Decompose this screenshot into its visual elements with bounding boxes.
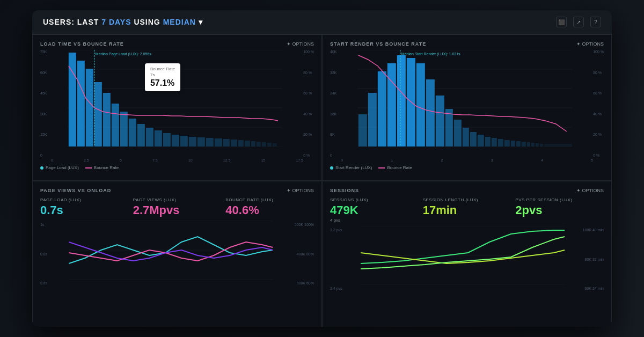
page-load-legend-label: Page Load (LUX): [46, 165, 79, 170]
title-highlight: 7 DAYS: [101, 18, 131, 26]
svg-rect-11: [112, 104, 119, 146]
start-render-options[interactable]: ✦ OPTIONS: [576, 41, 604, 47]
top-icons: ⬛ ↗ ?: [556, 17, 601, 27]
svg-rect-16: [155, 130, 162, 146]
svg-rect-55: [485, 137, 491, 146]
svg-rect-43: [378, 71, 386, 146]
svg-rect-58: [504, 140, 510, 146]
dashboard-title: USERS: LAST 7 DAYS USING MEDIAN ▾: [43, 18, 203, 26]
svg-rect-9: [94, 82, 102, 146]
svg-rect-54: [478, 135, 484, 146]
sessions-svg: [346, 226, 580, 285]
y-axis-right-sr: 100 % 80 % 60 % 40 % 20 % 0 %: [591, 50, 604, 157]
page-views-panel: PAGE VIEWS VS ONLOAD ✦ OPTIONS Page Load…: [32, 181, 322, 327]
svg-text:Median Page Load (LUX): 2.056s: Median Page Load (LUX): 2.056s: [96, 52, 151, 56]
svg-rect-18: [172, 135, 179, 146]
svg-rect-22: [206, 138, 214, 146]
dashboard-content: LOAD TIME VS BOUNCE RATE ✦ OPTIONS 75K 6…: [32, 34, 612, 327]
svg-rect-10: [103, 93, 111, 146]
page-load-legend-dot: [40, 166, 43, 170]
bounce-rate-legend-label: Bounce Rate: [94, 165, 119, 170]
bounce-rate-value: 40.6%: [225, 203, 314, 217]
sessions-chart-area: 3.2 pvs 2.4 pvs: [330, 226, 604, 290]
sessions-header: SESSIONS ✦ OPTIONS: [330, 188, 604, 193]
svg-rect-12: [120, 112, 128, 146]
page-views-chart-area: 1s 0.8s 0.6s: [40, 221, 314, 285]
svg-rect-49: [436, 96, 444, 146]
svg-rect-30: [262, 142, 266, 146]
svg-rect-48: [426, 79, 435, 146]
svg-rect-8: [86, 69, 93, 146]
svg-rect-20: [189, 137, 196, 146]
svg-rect-45: [397, 55, 406, 146]
svg-rect-32: [273, 143, 277, 146]
page-views-label: Page Views (LUX): [133, 197, 222, 202]
svg-rect-63: [531, 143, 535, 146]
svg-rect-19: [180, 136, 188, 146]
sr-legend-label: Start Render (LUX): [335, 165, 372, 170]
svg-rect-50: [445, 109, 453, 146]
sr-bounce-legend-line: [378, 167, 385, 169]
sessions-title: SESSIONS: [330, 188, 359, 193]
monitor-icon[interactable]: ⬛: [556, 17, 567, 27]
load-time-options[interactable]: ✦ OPTIONS: [287, 41, 314, 47]
svg-rect-26: [238, 140, 244, 146]
svg-rect-6: [69, 53, 76, 146]
svg-rect-53: [470, 132, 477, 146]
svg-rect-62: [527, 142, 530, 146]
svg-rect-60: [516, 141, 521, 146]
svg-rect-31: [267, 143, 272, 146]
svg-rect-41: [358, 114, 367, 146]
dashboard: USERS: LAST 7 DAYS USING MEDIAN ▾ ⬛ ↗ ? …: [32, 10, 612, 327]
start-render-legend: Start Render (LUX) Bounce Rate: [330, 165, 604, 170]
svg-rect-25: [231, 140, 237, 146]
svg-rect-7: [77, 61, 85, 146]
pvs-per-session-metric: PVs Per Session (LUX) 2pvs: [515, 197, 604, 223]
page-load-metric: Page Load (LUX) 0.7s: [40, 197, 129, 217]
top-bar: USERS: LAST 7 DAYS USING MEDIAN ▾ ⬛ ↗ ?: [32, 10, 612, 34]
svg-rect-57: [498, 139, 503, 146]
svg-rect-64: [536, 143, 539, 146]
bounce-rate-metric: Bounce Rate (LUX) 40.6%: [225, 197, 314, 217]
sessions-metrics: Sessions (LUX) 479K 4 pvs Session Length…: [330, 197, 604, 223]
svg-rect-47: [416, 63, 425, 146]
help-icon[interactable]: ?: [590, 17, 601, 27]
svg-rect-17: [163, 133, 171, 146]
page-views-svg: [50, 221, 291, 280]
svg-rect-56: [492, 138, 497, 146]
pvs-per-session-label: PVs Per Session (LUX): [515, 197, 604, 202]
svg-rect-24: [223, 139, 230, 146]
title-metric: MEDIAN: [163, 18, 196, 26]
session-length-metric: Session Length (LUX) 17min: [423, 197, 511, 223]
pvs-per-session-value: 2pvs: [515, 203, 604, 217]
session-length-value: 17min: [423, 203, 511, 217]
start-render-chart-container: 40K 32K 24K 16K 8K 0: [330, 50, 604, 157]
share-icon[interactable]: ↗: [573, 17, 584, 27]
y-axis-pv-left: 1s 0.8s 0.6s: [40, 221, 50, 285]
start-render-header: START RENDER VS BOUNCE RATE ✦ OPTIONS: [330, 41, 604, 47]
page-load-value: 0.7s: [40, 203, 129, 217]
y-axis-sessions-left: 3.2 pvs 2.4 pvs: [330, 226, 346, 290]
svg-rect-15: [146, 128, 153, 146]
load-time-header: LOAD TIME VS BOUNCE RATE ✦ OPTIONS: [40, 41, 314, 47]
y-axis-sessions-right: 100K 40 min 80K 32 min 60K 24 min: [580, 226, 604, 290]
sessions-lux-label: Sessions (LUX): [330, 197, 419, 202]
svg-rect-42: [368, 93, 377, 146]
bounce-rate-legend-line: [85, 167, 92, 169]
start-render-panel: START RENDER VS BOUNCE RATE ✦ OPTIONS 40…: [322, 34, 612, 181]
load-time-panel: LOAD TIME VS BOUNCE RATE ✦ OPTIONS 75K 6…: [32, 34, 322, 181]
svg-rect-51: [454, 120, 462, 146]
svg-rect-65: [540, 144, 543, 146]
page-views-options[interactable]: ✦ OPTIONS: [287, 188, 314, 193]
sessions-chart: [346, 226, 580, 290]
sessions-sub: 4 pvs: [330, 218, 419, 223]
x-axis-load: 0 2.5 5 7.5 10 12.5 15 17.5: [40, 157, 314, 163]
svg-rect-61: [522, 142, 526, 146]
y-axis-pv-right: 500K 100% 400K 80% 300K 60%: [291, 221, 314, 285]
sessions-options[interactable]: ✦ OPTIONS: [576, 188, 604, 193]
metric-dropdown[interactable]: ▾: [199, 18, 203, 26]
svg-text:Median Start Render (LUX): 1.0: Median Start Render (LUX): 1.031s: [401, 52, 460, 56]
svg-rect-59: [511, 141, 515, 146]
tooltip-box: Bounce Rate 7s 57.1%: [145, 63, 180, 91]
svg-rect-29: [257, 142, 261, 146]
